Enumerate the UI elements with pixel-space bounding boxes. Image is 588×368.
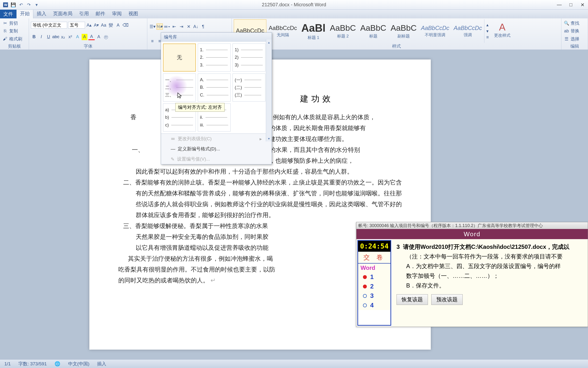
status-page[interactable]: 1/1 bbox=[2, 361, 13, 367]
tab-layout[interactable]: 页面布局 bbox=[50, 9, 76, 18]
change-styles-label[interactable]: 更改样式 bbox=[491, 33, 513, 38]
tab-review[interactable]: 审阅 bbox=[109, 9, 125, 18]
replace-label[interactable]: 替换 bbox=[570, 28, 579, 34]
superscript-icon[interactable]: x² bbox=[67, 34, 73, 40]
undo-icon[interactable]: ↶ bbox=[18, 1, 25, 9]
tab-home[interactable]: 开始 bbox=[17, 9, 33, 18]
style-subtle-emphasis[interactable]: AaBbCcDc 不明显强调 bbox=[419, 19, 451, 43]
change-case-icon[interactable]: Aa bbox=[100, 22, 107, 28]
exam-timer: 0:24:54 bbox=[358, 241, 390, 252]
style-heading1[interactable]: AaBl 标题 1 bbox=[299, 19, 328, 43]
status-language[interactable]: 中文(中国) bbox=[66, 361, 92, 367]
tab-insert[interactable]: 插入 bbox=[33, 9, 50, 18]
numbering-none[interactable]: 无 bbox=[163, 44, 196, 72]
status-bar: 1/1 字数: 373/591 🌐 中文(中国) 插入 bbox=[0, 359, 588, 368]
cut-label[interactable]: 剪切 bbox=[9, 20, 18, 26]
style-heading2[interactable]: AaBbC 标题 2 bbox=[328, 19, 358, 43]
change-list-level-menu: ⩸更改列表级别(C)▸ bbox=[161, 134, 272, 144]
status-insert-mode[interactable]: 插入 bbox=[95, 361, 108, 367]
tab-view[interactable]: 视图 bbox=[125, 9, 141, 18]
exam-titlebar: 帐号: 30000046 输入项目符号和编号（程序版本：1.1.110.2）广东… bbox=[356, 222, 588, 229]
change-styles-icon[interactable]: A bbox=[491, 22, 513, 33]
tab-mailings[interactable]: 邮件 bbox=[92, 9, 109, 18]
painter-label[interactable]: 格式刷 bbox=[9, 36, 22, 42]
char-shading-icon[interactable]: A bbox=[96, 34, 102, 40]
window-title: 212507.docx - Microsoft Word bbox=[262, 2, 326, 8]
exam-nav-3[interactable]: 3 bbox=[358, 291, 390, 301]
exam-nav-2[interactable]: 2 bbox=[358, 282, 390, 291]
style-scroll-down-icon[interactable]: ▾ bbox=[484, 28, 491, 34]
sort-icon[interactable]: A↓ bbox=[193, 23, 199, 30]
decrease-indent-icon[interactable]: ⇤ bbox=[171, 23, 177, 30]
scroll-down-icon[interactable]: ▾ bbox=[267, 136, 271, 141]
numbering-grid: 无 1. 2. 3. 1) 2) 3) 一、 二、 三、 A. B. C. (一… bbox=[161, 42, 272, 133]
language-icon[interactable]: 🌐 bbox=[53, 361, 62, 367]
select-icon[interactable]: ☰ bbox=[563, 36, 570, 42]
close-button[interactable]: ✕ bbox=[579, 1, 586, 9]
word-icon: W bbox=[2, 1, 9, 9]
editing-group-label: 编辑 bbox=[563, 43, 586, 49]
copy-icon[interactable]: ⎘ bbox=[2, 28, 8, 34]
tab-file[interactable]: 文件 bbox=[0, 10, 17, 18]
find-label[interactable]: 查找 bbox=[570, 20, 579, 26]
align-left-icon[interactable]: ≡ bbox=[149, 38, 156, 45]
numbering-scrollbar[interactable]: ▴ ▾ bbox=[266, 39, 272, 141]
font-color-icon[interactable]: A bbox=[88, 34, 95, 40]
minimize-button[interactable]: — bbox=[556, 1, 563, 9]
strike-icon[interactable]: abc bbox=[53, 34, 59, 40]
restore-question-button[interactable]: 恢复该题 bbox=[396, 294, 428, 305]
style-scroll-up-icon[interactable]: ▴ bbox=[484, 22, 491, 28]
numbering-format-chinese-paren[interactable]: (一) (二) (三) bbox=[233, 74, 265, 101]
format-painter-icon[interactable]: 🖌 bbox=[2, 36, 8, 42]
style-emphasis[interactable]: AaBbCcDc 强调 bbox=[452, 19, 484, 43]
font-size-combo[interactable]: 五号 bbox=[68, 22, 85, 28]
numbering-format-decimal-dot[interactable]: 1. 2. 3. bbox=[198, 44, 231, 72]
style-subtitle[interactable]: AaBbC 副标题 bbox=[388, 19, 419, 43]
char-border-icon[interactable]: A bbox=[115, 22, 121, 28]
subscript-icon[interactable]: x₂ bbox=[60, 34, 66, 40]
grow-font-icon[interactable]: A▴ bbox=[86, 22, 92, 28]
copy-label[interactable]: 复制 bbox=[9, 28, 18, 34]
preview-grade-button[interactable]: 预改该题 bbox=[431, 294, 463, 305]
phonetic-icon[interactable]: 變 bbox=[108, 22, 114, 28]
mouse-cursor-icon bbox=[177, 92, 182, 100]
status-word-count[interactable]: 字数: 373/591 bbox=[17, 361, 49, 367]
exam-nav-1[interactable]: 1 bbox=[358, 272, 390, 282]
numbering-format-decimal-paren[interactable]: 1) 2) 3) bbox=[233, 44, 265, 72]
numbering-library-header: 编号库 bbox=[161, 33, 272, 42]
select-label[interactable]: 选择 bbox=[570, 36, 579, 42]
style-gallery[interactable]: AaBbCcDc AaBbCcDc 无间隔 AaBl 标题 1 AaBbC 标题… bbox=[234, 19, 559, 43]
show-marks-icon[interactable]: ¶ bbox=[200, 23, 206, 30]
numbering-icon[interactable]: ⅓▾ bbox=[157, 23, 163, 30]
submit-exam-button[interactable]: 交 卷 bbox=[358, 252, 390, 264]
find-icon[interactable]: 🔍 bbox=[563, 20, 570, 26]
bullets-icon[interactable]: ☰▾ bbox=[149, 23, 156, 30]
define-new-format-menu[interactable]: —定义新编号格式(D)... bbox=[161, 144, 272, 154]
italic-icon[interactable]: I bbox=[38, 34, 44, 40]
scroll-up-icon[interactable]: ▴ bbox=[267, 39, 271, 45]
clear-format-icon[interactable]: ⌫ bbox=[122, 22, 129, 28]
asian-layout-icon[interactable]: ✕ bbox=[185, 23, 192, 30]
underline-icon[interactable]: U bbox=[45, 34, 52, 40]
numbering-format-upper-alpha[interactable]: A. B. C. bbox=[198, 74, 231, 101]
set-number-value-menu: ✎设置编号值(V)... bbox=[161, 154, 272, 164]
maximize-button[interactable]: □ bbox=[567, 1, 574, 9]
scissors-icon[interactable]: ✂ bbox=[2, 20, 8, 26]
font-name-combo[interactable]: 等线 (中文正文 bbox=[31, 22, 67, 28]
bold-icon[interactable]: B bbox=[31, 34, 37, 40]
ribbon-tabs: 文件 开始 插入 页面布局 引用 邮件 审阅 视图 bbox=[0, 10, 588, 18]
increase-indent-icon[interactable]: ⇥ bbox=[178, 23, 184, 30]
replace-icon[interactable]: ab bbox=[563, 28, 570, 34]
shrink-font-icon[interactable]: A▾ bbox=[93, 22, 99, 28]
save-icon[interactable]: 💾 bbox=[10, 1, 17, 9]
qat-dropdown-icon[interactable]: ▾ bbox=[33, 1, 40, 9]
text-effects-icon[interactable]: A bbox=[74, 34, 81, 40]
style-more-icon[interactable]: ≡ bbox=[484, 34, 491, 41]
redo-icon[interactable]: ↷ bbox=[25, 1, 32, 9]
tab-references[interactable]: 引用 bbox=[76, 9, 92, 18]
multilevel-icon[interactable]: ⩸▾ bbox=[164, 23, 170, 30]
style-title[interactable]: AaBbC 标题 bbox=[358, 19, 388, 43]
highlight-icon[interactable]: A bbox=[82, 34, 88, 40]
enclose-char-icon[interactable]: ㊥ bbox=[103, 34, 109, 40]
exam-nav-4[interactable]: 4 bbox=[358, 301, 390, 310]
